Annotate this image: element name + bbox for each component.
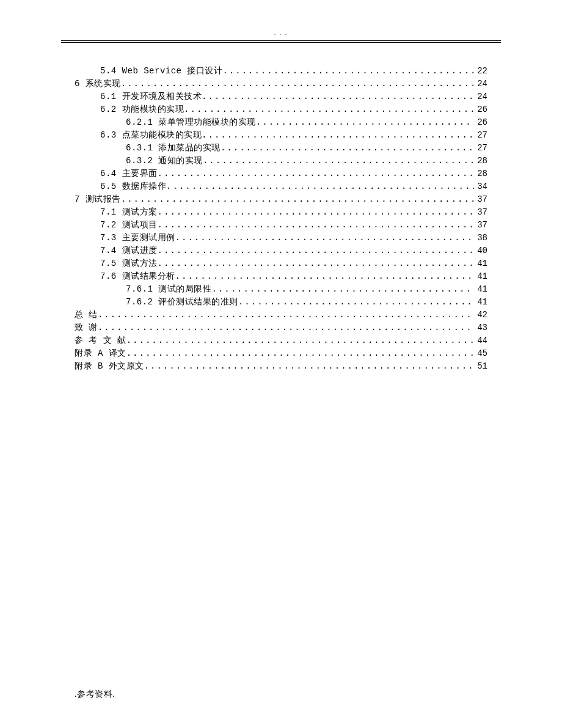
toc-entry-page: 44 bbox=[474, 334, 487, 347]
toc-entry-label: 7.6 测试结果分析 bbox=[100, 270, 175, 283]
toc-leader-dots bbox=[221, 142, 474, 155]
toc-entry-page: 40 bbox=[474, 245, 487, 257]
toc-leader-dots bbox=[238, 296, 474, 309]
toc-entry-label: 6.3.1 添加菜品的实现 bbox=[126, 142, 221, 155]
toc-entry-page: 51 bbox=[474, 360, 487, 373]
toc-entry: 7 测试报告37 bbox=[75, 193, 487, 206]
toc-entry: 参 考 文 献44 bbox=[75, 334, 487, 347]
toc-leader-dots bbox=[158, 245, 474, 257]
toc-entry-label: 7 测试报告 bbox=[75, 193, 121, 206]
toc-entry-label: 6.2.1 菜单管理功能模块的实现 bbox=[126, 116, 256, 129]
toc-leader-dots bbox=[121, 78, 474, 90]
toc-entry-page: 37 bbox=[474, 219, 487, 232]
toc-entry-page: 38 bbox=[474, 232, 487, 245]
toc-entry: 7.1 测试方案37 bbox=[75, 206, 487, 219]
toc-entry: 6.3.2 通知的实现28 bbox=[75, 155, 487, 167]
toc-entry: 7.3 主要测试用例38 bbox=[75, 232, 487, 245]
toc-entry-page: 41 bbox=[474, 257, 487, 270]
toc-entry-label: 参 考 文 献 bbox=[75, 334, 126, 347]
toc-entry: 附录 B 外文原文51 bbox=[75, 360, 487, 373]
toc-leader-dots bbox=[256, 116, 474, 129]
toc-entry: 7.2 测试项目37 bbox=[75, 219, 487, 232]
toc-entry-page: 37 bbox=[474, 193, 487, 206]
header-rule-top bbox=[61, 40, 501, 41]
toc-entry-label: 5.4 Web Service 接口设计 bbox=[100, 65, 222, 78]
toc-entry-label: 7.6.1 测试的局限性 bbox=[126, 283, 211, 296]
toc-entry-page: 28 bbox=[474, 155, 487, 167]
toc-leader-dots bbox=[98, 322, 474, 334]
toc-leader-dots bbox=[126, 334, 474, 347]
toc-entry: 总 结42 bbox=[75, 309, 487, 322]
toc-entry: 6.4 主要界面28 bbox=[75, 167, 487, 180]
toc-entry-label: 6.3 点菜功能模块的实现 bbox=[100, 129, 202, 142]
toc-leader-dots bbox=[203, 155, 474, 167]
toc-entry-label: 7.1 测试方案 bbox=[100, 206, 158, 219]
toc-entry: 7.5 测试方法41 bbox=[75, 257, 487, 270]
toc-entry-label: 7.4 测试进度 bbox=[100, 245, 158, 257]
toc-entry: 7.6.2 评价测试结果的准则41 bbox=[75, 296, 487, 309]
toc-entry: 7.4 测试进度40 bbox=[75, 245, 487, 257]
toc-entry-label: 附录 B 外文原文 bbox=[75, 360, 144, 373]
toc-entry: 6.5 数据库操作34 bbox=[75, 180, 487, 193]
toc-entry-page: 43 bbox=[474, 322, 487, 334]
toc-entry: 6.1 开发环境及相关技术24 bbox=[75, 90, 487, 103]
toc-entry-label: 7.2 测试项目 bbox=[100, 219, 158, 232]
toc-entry-label: 7.6.2 评价测试结果的准则 bbox=[126, 296, 238, 309]
toc-entry-label: 6.4 主要界面 bbox=[100, 167, 158, 180]
toc-entry-label: 7.5 测试方法 bbox=[100, 257, 158, 270]
toc-leader-dots bbox=[211, 283, 474, 296]
header-rule-bottom bbox=[61, 42, 501, 43]
toc-entry-page: 27 bbox=[474, 129, 487, 142]
toc-entry-label: 6.5 数据库操作 bbox=[100, 180, 166, 193]
toc-entry-label: 7.3 主要测试用例 bbox=[100, 232, 175, 245]
toc-entry-page: 41 bbox=[474, 283, 487, 296]
toc-leader-dots bbox=[98, 309, 474, 322]
toc-entry-label: 6 系统实现 bbox=[75, 78, 121, 90]
toc-entry-page: 34 bbox=[474, 180, 487, 193]
toc-entry: 6 系统实现24 bbox=[75, 78, 487, 90]
toc-leader-dots bbox=[158, 167, 474, 180]
toc-entry-label: 6.1 开发环境及相关技术 bbox=[100, 90, 202, 103]
toc-entry-label: 6.3.2 通知的实现 bbox=[126, 155, 203, 167]
toc-leader-dots bbox=[202, 129, 474, 142]
toc-entry: 6.3 点菜功能模块的实现27 bbox=[75, 129, 487, 142]
toc-entry-label: 附录 A 译文 bbox=[75, 347, 126, 360]
toc-entry: 7.6.1 测试的局限性41 bbox=[75, 283, 487, 296]
toc-entry: 7.6 测试结果分析41 bbox=[75, 270, 487, 283]
toc-leader-dots bbox=[158, 257, 474, 270]
toc-entry-page: 45 bbox=[474, 347, 487, 360]
toc-entry-page: 37 bbox=[474, 206, 487, 219]
toc-leader-dots bbox=[184, 103, 474, 116]
toc-entry: 6.3.1 添加菜品的实现27 bbox=[75, 142, 487, 155]
toc-entry-label: 6.2 功能模块的实现 bbox=[100, 103, 184, 116]
toc-leader-dots bbox=[158, 219, 474, 232]
toc-entry-page: 42 bbox=[474, 309, 487, 322]
toc-entry: 致 谢43 bbox=[75, 322, 487, 334]
footer-text: .参考资料. bbox=[75, 689, 115, 700]
toc-leader-dots bbox=[202, 90, 474, 103]
toc-entry-label: 致 谢 bbox=[75, 322, 98, 334]
toc-entry-page: 26 bbox=[474, 116, 487, 129]
toc-entry-page: 41 bbox=[474, 296, 487, 309]
toc-leader-dots bbox=[166, 180, 474, 193]
toc-leader-dots bbox=[222, 65, 474, 78]
header-mark: . . . bbox=[274, 29, 288, 36]
toc-entry-page: 27 bbox=[474, 142, 487, 155]
toc-entry-page: 41 bbox=[474, 270, 487, 283]
toc-entry-label: 总 结 bbox=[75, 309, 98, 322]
toc-leader-dots bbox=[158, 206, 474, 219]
toc-leader-dots bbox=[121, 193, 474, 206]
toc-entry-page: 24 bbox=[474, 78, 487, 90]
toc-entry: 6.2.1 菜单管理功能模块的实现26 bbox=[75, 116, 487, 129]
toc-entry: 附录 A 译文45 bbox=[75, 347, 487, 360]
toc-leader-dots bbox=[175, 270, 474, 283]
toc-leader-dots bbox=[175, 232, 474, 245]
toc-entry-page: 26 bbox=[474, 103, 487, 116]
toc-leader-dots bbox=[144, 360, 474, 373]
table-of-contents: 5.4 Web Service 接口设计226 系统实现246.1 开发环境及相… bbox=[75, 65, 487, 373]
toc-entry-page: 24 bbox=[474, 90, 487, 103]
toc-entry-page: 22 bbox=[474, 65, 487, 78]
toc-leader-dots bbox=[126, 347, 474, 360]
toc-entry: 5.4 Web Service 接口设计22 bbox=[75, 65, 487, 78]
toc-entry-page: 28 bbox=[474, 167, 487, 180]
